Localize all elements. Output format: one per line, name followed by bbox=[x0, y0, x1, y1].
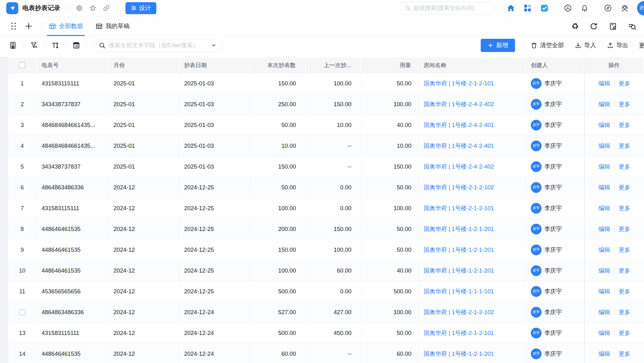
edit-link[interactable]: 编辑 bbox=[599, 350, 610, 358]
more-button[interactable]: 更多 bbox=[639, 41, 644, 49]
table-row[interactable]: 14 448646461535 2024-12 2024-12-24 60.00… bbox=[8, 343, 644, 363]
edit-link[interactable]: 编辑 bbox=[599, 204, 610, 212]
table-row[interactable]: 13 431583115111 2024-12 2024-12-24 500.0… bbox=[8, 323, 644, 343]
column-header-room[interactable]: 房间名称 bbox=[419, 57, 526, 73]
discover-compass-icon[interactable] bbox=[604, 4, 612, 12]
column-header-usage[interactable]: 用量 bbox=[361, 57, 419, 73]
more-link[interactable]: 更多 bbox=[619, 350, 630, 358]
row-select-cell[interactable]: 8 bbox=[8, 219, 37, 239]
apps-grid-icon[interactable] bbox=[523, 4, 532, 12]
table-row[interactable]: 11 453656565656 2024-12 2024-12-25 500.0… bbox=[8, 281, 644, 302]
export-button[interactable]: 导出 bbox=[607, 41, 628, 49]
row-select-cell[interactable]: 14 bbox=[8, 343, 37, 363]
edit-link[interactable]: 编辑 bbox=[599, 246, 610, 254]
room-name-link[interactable]: 国奥华府 | 1号楼-1-2-1-201 bbox=[424, 267, 494, 274]
column-header-month[interactable]: 月份 bbox=[108, 57, 179, 73]
row-select-cell[interactable]: 6 bbox=[8, 177, 37, 198]
edit-link[interactable]: 编辑 bbox=[599, 183, 610, 191]
column-display-icon[interactable] bbox=[9, 41, 17, 49]
add-record-button[interactable]: 新增 bbox=[481, 39, 515, 52]
row-select-cell[interactable]: 11 bbox=[8, 281, 37, 302]
notification-bell-icon[interactable] bbox=[580, 4, 589, 12]
more-link[interactable]: 更多 bbox=[619, 246, 630, 254]
table-row[interactable]: 3 484684684661435... 2025-01 2025-01-03 … bbox=[8, 115, 644, 135]
room-name-link[interactable]: 国奥华府 | 1号楼-2-1-2-101 bbox=[424, 79, 494, 87]
query-search-icon[interactable] bbox=[628, 22, 636, 31]
room-name-link[interactable]: 国奥华府 | 1号楼-2-1-2-101 bbox=[424, 329, 494, 337]
more-link[interactable]: 更多 bbox=[619, 183, 630, 191]
recycle-bin-icon[interactable]: ♻ bbox=[571, 22, 579, 30]
edit-link[interactable]: 编辑 bbox=[599, 121, 610, 129]
filter-funnel-icon[interactable] bbox=[30, 41, 38, 49]
table-row[interactable]: 4 484684684661435... 2025-01 2025-01-03 … bbox=[8, 135, 644, 156]
select-all-checkbox[interactable] bbox=[19, 62, 25, 68]
row-select-cell[interactable]: 12 bbox=[8, 302, 37, 322]
column-header-creator[interactable]: 创建人 bbox=[526, 57, 584, 73]
field-search-box[interactable] bbox=[93, 39, 223, 52]
row-select-cell[interactable]: 3 bbox=[8, 115, 37, 135]
column-header-date[interactable]: 抄表日期 bbox=[179, 57, 250, 73]
room-name-link[interactable]: 国奥华府 | 1号楼-2-4-2-402 bbox=[424, 100, 494, 108]
column-header-meter[interactable]: 电表号 bbox=[37, 57, 108, 73]
table-row[interactable]: 8 448646461535 2024-12 2024-12-25 200.00… bbox=[8, 219, 644, 239]
table-row[interactable]: 5 343438737837 2025-01 2025-01-03 150.00… bbox=[8, 156, 644, 177]
home-icon[interactable] bbox=[507, 4, 515, 12]
chevron-down-icon[interactable] bbox=[210, 42, 217, 49]
table-row[interactable]: 6 4864863486336 2024-12 2024-12-25 50.00… bbox=[8, 177, 644, 198]
design-button[interactable]: 设计 bbox=[125, 2, 156, 14]
clear-all-button[interactable]: 清空全部 bbox=[531, 41, 564, 49]
more-link[interactable]: 更多 bbox=[619, 142, 630, 150]
more-link[interactable]: 更多 bbox=[619, 329, 630, 337]
favorite-star-icon[interactable] bbox=[89, 4, 96, 12]
table-row[interactable]: 7 431583115111 2024-12 2024-12-25 100.00… bbox=[8, 198, 644, 219]
row-checkbox[interactable] bbox=[19, 309, 26, 315]
row-height-icon[interactable] bbox=[51, 41, 59, 49]
row-select-cell[interactable]: 9 bbox=[8, 239, 37, 260]
settings-gear-icon[interactable] bbox=[76, 4, 83, 12]
room-name-link[interactable]: 国奥华府 | 1号楼-2-1-2-102 bbox=[424, 183, 494, 191]
edit-link[interactable]: 编辑 bbox=[599, 225, 610, 233]
share-link-icon[interactable] bbox=[103, 4, 110, 12]
global-search-box[interactable] bbox=[400, 2, 494, 14]
room-name-link[interactable]: 国奥华府 | 1号楼-1-2-1-201 bbox=[424, 246, 494, 254]
row-select-cell[interactable]: 4 bbox=[8, 135, 37, 156]
drag-handle-icon[interactable] bbox=[11, 23, 16, 30]
add-sheet-icon[interactable] bbox=[25, 22, 33, 30]
table-row[interactable]: 1 431583115111 2025-01 2025-01-03 150.00… bbox=[8, 73, 644, 94]
edit-link[interactable]: 编辑 bbox=[599, 79, 610, 87]
edit-link[interactable]: 编辑 bbox=[599, 287, 610, 295]
card-view-icon[interactable] bbox=[72, 41, 80, 49]
column-header-current[interactable]: 本次抄表数 bbox=[250, 57, 306, 73]
room-name-link[interactable]: 国奥华府 | 1号楼-1-2-1-201 bbox=[424, 350, 494, 358]
more-link[interactable]: 更多 bbox=[619, 204, 630, 212]
tab-all-data[interactable]: 全部数据 bbox=[49, 16, 83, 36]
workbench-hexagon-icon[interactable] bbox=[564, 4, 572, 12]
more-link[interactable]: 更多 bbox=[619, 79, 630, 87]
more-link[interactable]: 更多 bbox=[619, 121, 630, 129]
edit-link[interactable]: 编辑 bbox=[599, 308, 610, 316]
field-search-input[interactable] bbox=[109, 42, 207, 49]
edit-link[interactable]: 编辑 bbox=[599, 267, 610, 274]
table-row[interactable]: 10 448646461535 2024-12 2024-12-25 100.0… bbox=[8, 260, 644, 281]
row-select-cell[interactable]: 5 bbox=[8, 156, 37, 177]
edit-link[interactable]: 编辑 bbox=[599, 100, 610, 108]
row-select-cell[interactable]: 1 bbox=[8, 73, 37, 94]
room-name-link[interactable]: 国奥华府 | 1号楼-2-4-2-402 bbox=[424, 163, 494, 170]
edit-link[interactable]: 编辑 bbox=[599, 329, 610, 337]
support-headset-icon[interactable] bbox=[620, 4, 629, 13]
room-name-link[interactable]: 国奥华府 | 1号楼-2-4-2-401 bbox=[424, 121, 494, 129]
row-select-cell[interactable]: 13 bbox=[8, 323, 37, 343]
room-name-link[interactable]: 国奥华府 | 1号楼-2-1-2-102 bbox=[424, 308, 494, 316]
refresh-icon[interactable] bbox=[589, 22, 598, 31]
todo-check-icon[interactable] bbox=[540, 4, 549, 13]
user-avatar[interactable]: 庆宇 bbox=[637, 1, 644, 15]
table-row[interactable]: 2 343438737837 2025-01 2025-01-03 250.00… bbox=[8, 94, 644, 115]
import-button[interactable]: 导入 bbox=[575, 41, 596, 49]
room-name-link[interactable]: 国奥华府 | 1号楼-2-4-2-401 bbox=[424, 142, 494, 150]
row-select-cell[interactable]: 10 bbox=[8, 260, 37, 281]
app-logo[interactable] bbox=[6, 2, 18, 14]
table-row[interactable]: 12 4864863486336 2024-12 2024-12-24 527.… bbox=[8, 302, 644, 323]
edit-link[interactable]: 编辑 bbox=[599, 163, 610, 170]
row-select-cell[interactable]: 2 bbox=[8, 94, 37, 114]
room-name-link[interactable]: 国奥华府 | 1号楼-2-1-2-101 bbox=[424, 204, 494, 212]
